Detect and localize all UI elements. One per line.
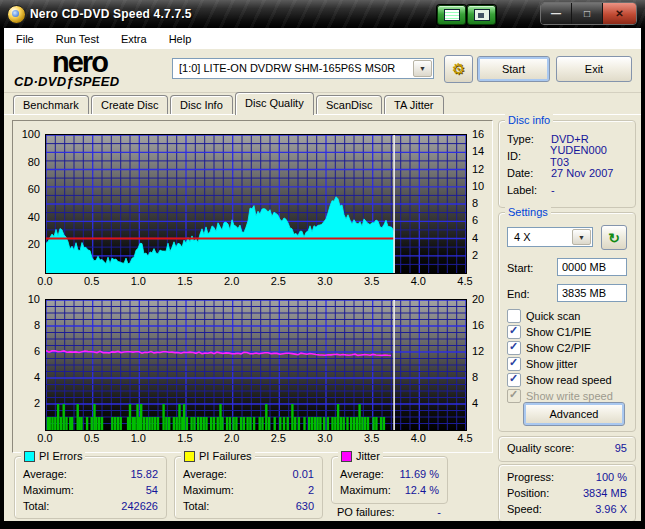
speed-select[interactable]: 4 X ▼: [507, 227, 593, 247]
settings-title: Settings: [505, 206, 551, 218]
summary-row: Average:0.01: [183, 466, 314, 482]
summary-label: Maximum:: [23, 484, 74, 496]
checkbox-label: Quick scan: [526, 310, 580, 322]
x-tick: 3.0: [310, 275, 340, 287]
logo-nero-text: nero: [52, 50, 174, 74]
checkbox-show-write-speed: [507, 389, 521, 403]
quality-score-value: 95: [615, 442, 627, 454]
summary-value: 630: [296, 500, 314, 512]
summary-title-pi-errors: PI Errors: [21, 450, 85, 462]
minimize-button[interactable]: —: [541, 3, 571, 24]
disc-info-value: 27 Nov 2007: [551, 167, 613, 179]
exit-button[interactable]: Exit: [556, 56, 632, 82]
summary-value: 15.82: [130, 468, 158, 480]
pi-errors-y-axis-right: 161412108642: [469, 134, 495, 272]
progress-row: Position:3834 MB: [507, 485, 627, 501]
checkbox-show-read-speed[interactable]: [507, 373, 521, 387]
titlebar-report-button[interactable]: [437, 5, 466, 25]
x-tick: 3.5: [357, 275, 387, 287]
checkbox-row-show-read-speed: Show read speed: [507, 372, 631, 388]
checkbox-show-c2-pif[interactable]: [507, 341, 521, 355]
x-tick: 0.0: [30, 432, 60, 444]
close-button[interactable]: ✕: [602, 3, 636, 24]
maximize-button[interactable]: □: [571, 3, 602, 24]
start-field[interactable]: [557, 258, 627, 276]
tab-ta-jitter[interactable]: TA Jitter: [384, 95, 444, 114]
y-tick-left: 60: [28, 183, 40, 195]
pi-errors-x-axis: 0.00.51.01.52.02.53.03.54.04.5: [45, 275, 467, 288]
disc-info-row: Label:-: [507, 181, 627, 198]
y-tick-left: 8: [34, 319, 40, 331]
checkbox-show-jitter[interactable]: [507, 357, 521, 371]
pi-failures-swatch-icon: [184, 451, 195, 462]
menu-item-run-test[interactable]: Run Test: [48, 30, 107, 48]
summary-row: Maximum:54: [23, 482, 158, 498]
x-tick: 4.0: [403, 432, 433, 444]
menu-item-file[interactable]: File: [8, 30, 42, 48]
menu-item-extra[interactable]: Extra: [113, 30, 155, 48]
progress-value: 3834 MB: [583, 487, 627, 499]
summary-label: Average:: [23, 468, 67, 480]
summary-row: Maximum:12.4 %: [340, 482, 439, 498]
tab-create-disc[interactable]: Create Disc: [91, 95, 168, 114]
drive-select[interactable]: [1:0] LITE-ON DVDRW SHM-165P6S MS0R ▼: [172, 58, 434, 79]
y-tick-right: 16: [472, 128, 484, 140]
summary-value: 0.01: [293, 468, 314, 480]
x-tick: 1.5: [170, 432, 200, 444]
summary-row: Total:630: [183, 498, 314, 514]
x-tick: 0.5: [77, 432, 107, 444]
pi-failures-summary: PI FailuresAverage:0.01Maximum:2Total:63…: [174, 456, 323, 519]
y-tick-right: 6: [472, 214, 478, 226]
x-tick: 1.5: [170, 275, 200, 287]
pi-errors-y-axis-left: 10080604020: [12, 134, 42, 272]
speed-arrow-icon[interactable]: ▼: [572, 229, 591, 245]
checkbox-show-c1-pie[interactable]: [507, 325, 521, 339]
drive-settings-button[interactable]: ⚙: [444, 55, 473, 83]
summary-title-text: PI Errors: [39, 450, 82, 462]
tab-disc-info[interactable]: Disc Info: [170, 95, 233, 114]
summary-value: 2: [308, 484, 314, 496]
x-tick: 1.0: [123, 432, 153, 444]
app-window: Nero CD-DVD Speed 4.7.7.5 — □ ✕ FileRun …: [0, 0, 645, 529]
x-tick: 1.0: [123, 275, 153, 287]
tab-disc-quality[interactable]: Disc Quality: [235, 92, 314, 115]
pif-y-axis-left: 108642: [12, 299, 42, 429]
window-border-bottom: [0, 521, 645, 529]
combo-arrow-icon[interactable]: ▼: [413, 60, 432, 77]
x-tick: 3.5: [357, 432, 387, 444]
refresh-button[interactable]: ↻: [601, 225, 627, 250]
tab-scandisc[interactable]: ScanDisc: [316, 95, 382, 114]
po-failures-label: PO failures:: [337, 506, 394, 518]
summary-title-text: Jitter: [356, 450, 380, 462]
titlebar-save-button[interactable]: [467, 5, 496, 25]
disc-info-value: -: [551, 184, 555, 196]
y-tick-left: 2: [34, 397, 40, 409]
advanced-button[interactable]: Advanced: [523, 402, 625, 426]
disc-info-label: Date:: [507, 167, 551, 179]
progress-value: 100 %: [596, 471, 627, 483]
checkbox-quick-scan[interactable]: [507, 309, 521, 323]
pif-jitter-plot: [45, 299, 467, 431]
jitter-swatch-icon: [341, 451, 352, 462]
checkbox-label: Show jitter: [526, 358, 577, 370]
y-tick-right: 8: [472, 197, 478, 209]
pif-y-axis-right: 20161284: [469, 299, 495, 429]
summary-row: Total:242626: [23, 498, 158, 514]
y-tick-left: 40: [28, 211, 40, 223]
summary-row: Average:11.69 %: [340, 466, 439, 482]
summary-rows: Average:0.01Maximum:2Total:630: [183, 466, 314, 514]
menu-item-help[interactable]: Help: [161, 30, 200, 48]
summary-rows: Average:11.69 %Maximum:12.4 %: [340, 466, 439, 498]
x-tick: 2.0: [217, 432, 247, 444]
app-icon: [7, 5, 26, 24]
quality-score-box: Quality score: 95: [498, 436, 636, 462]
progress-row: Speed:3.96 X: [507, 501, 627, 517]
x-tick: 2.0: [217, 275, 247, 287]
start-button[interactable]: Start: [477, 56, 550, 82]
tab-benchmark[interactable]: Benchmark: [13, 95, 89, 114]
end-field[interactable]: [557, 284, 627, 302]
x-tick: 2.5: [263, 275, 293, 287]
report-icon: [444, 9, 460, 21]
pif-x-axis: 0.00.51.01.52.02.53.03.54.04.5: [45, 432, 467, 445]
summary-value: 12.4 %: [405, 484, 439, 496]
